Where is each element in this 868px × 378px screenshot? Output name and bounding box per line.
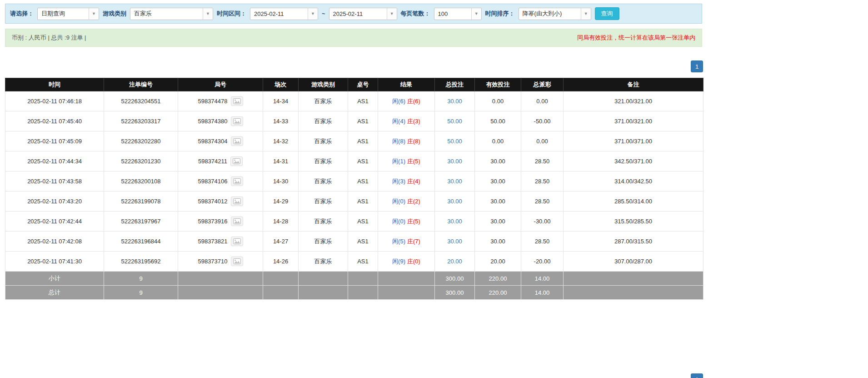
total-bet-link[interactable]: 50.00 (447, 118, 462, 125)
cell-game-type: 百家乐 (299, 91, 348, 111)
subtotal-row: 小计9300.00220.0014.00 (5, 272, 703, 286)
date-from-select[interactable]: 2025-02-11 ▼ (250, 8, 318, 20)
view-result-icon[interactable] (231, 197, 243, 206)
column-header: 游戏类别 (299, 78, 348, 91)
banker-result: 庄(2) (407, 198, 420, 205)
total-bet-link[interactable]: 30.00 (447, 198, 462, 205)
pagination-bottom: 1 (5, 373, 703, 378)
cell-table-no: AS1 (348, 212, 378, 232)
chevron-down-icon[interactable]: ▼ (581, 8, 591, 20)
total-bet-link[interactable]: 30.00 (447, 218, 462, 225)
cell-game-type: 百家乐 (299, 111, 348, 131)
round-id: 598373916 (198, 218, 227, 225)
player-result: 闲(9) (392, 258, 405, 265)
cell-valid-bet: 0.00 (475, 91, 521, 111)
cell-table-no: AS1 (348, 91, 378, 111)
footer-cell (299, 286, 348, 300)
player-result: 闲(3) (392, 178, 405, 185)
column-header: 注单编号 (104, 78, 178, 91)
view-result-icon[interactable] (231, 136, 243, 146)
cell-payout: 0.00 (521, 91, 564, 111)
view-result-icon[interactable] (231, 116, 243, 126)
footer-cell (564, 286, 703, 300)
cell-result: 闲(1)庄(5) (378, 151, 435, 171)
total-bet-link[interactable]: 30.00 (447, 178, 462, 185)
banker-result: 庄(5) (407, 218, 420, 225)
cell-total-bet: 20.00 (435, 252, 475, 272)
round-id: 598373710 (198, 258, 227, 265)
cell-remark: 285.50/314.00 (564, 192, 703, 212)
table-row: 2025-02-11 07:46:18 522263204551 5983744… (5, 91, 703, 111)
cell-bet-id: 522263197967 (104, 212, 178, 232)
sort-select[interactable]: 降幂(由大到小) ▼ (519, 8, 591, 20)
total-bet-link[interactable]: 30.00 (447, 238, 462, 245)
bet-records-table: 时间注单编号局号场次游戏类别桌号结果总投注有效投注总派彩备注 2025-02-1… (5, 78, 703, 300)
cell-bet-id: 522263200108 (104, 171, 178, 192)
cell-result: 闲(9)庄(0) (378, 252, 435, 272)
footer-cell: 220.00 (475, 272, 521, 286)
cell-valid-bet: 30.00 (475, 151, 521, 171)
cell-round-id: 598374106 (178, 171, 263, 192)
cell-session: 14-33 (263, 111, 299, 131)
cell-time: 2025-02-11 07:43:58 (5, 171, 104, 192)
chevron-down-icon[interactable]: ▼ (308, 8, 318, 20)
table-row: 2025-02-11 07:44:34 522263201230 5983742… (5, 151, 703, 171)
banker-result: 庄(5) (407, 158, 420, 165)
cell-result: 闲(0)庄(2) (378, 192, 435, 212)
cell-payout: -20.00 (521, 252, 564, 272)
column-header: 备注 (564, 78, 703, 91)
cell-bet-id: 522263196844 (104, 232, 178, 252)
page-size-label: 每页笔数： (401, 10, 430, 18)
page: 请选择： 日期查询 ▼ 游戏类别 百家乐 ▼ 时间区间： 2025-02-11 … (0, 0, 703, 378)
query-type-select[interactable]: 日期查询 ▼ (37, 8, 99, 20)
cell-total-bet: 30.00 (435, 192, 475, 212)
cell-game-type: 百家乐 (299, 151, 348, 171)
round-id: 598374012 (198, 198, 227, 205)
query-button[interactable]: 查询 (595, 7, 619, 20)
page-size-select[interactable]: 100 ▼ (434, 8, 482, 20)
cell-result: 闲(5)庄(7) (378, 232, 435, 252)
view-result-icon[interactable] (231, 176, 243, 186)
player-result: 闲(1) (392, 158, 405, 165)
cell-valid-bet: 30.00 (475, 212, 521, 232)
chevron-down-icon[interactable]: ▼ (89, 8, 99, 20)
cell-time: 2025-02-11 07:46:18 (5, 91, 104, 111)
cell-game-type: 百家乐 (299, 212, 348, 232)
view-result-icon[interactable] (230, 156, 243, 166)
cell-remark: 314.00/342.50 (564, 171, 703, 192)
footer-cell: 14.00 (521, 286, 564, 300)
round-id: 598374106 (198, 178, 227, 185)
page-size-value: 100 (434, 10, 452, 17)
view-result-icon[interactable] (231, 257, 243, 266)
currency-summary: 币别 : 人民币 | 总共 :9 注单 | (12, 34, 86, 42)
footer-cell (378, 286, 435, 300)
cell-time: 2025-02-11 07:41:30 (5, 252, 104, 272)
cell-game-type: 百家乐 (299, 192, 348, 212)
total-bet-link[interactable]: 30.00 (447, 158, 462, 165)
table-row: 2025-02-11 07:41:30 522263195692 5983737… (5, 252, 703, 272)
view-result-icon[interactable] (231, 96, 243, 106)
game-type-select[interactable]: 百家乐 ▼ (130, 8, 213, 20)
cell-payout: 0.00 (521, 131, 564, 151)
table-row: 2025-02-11 07:43:58 522263200108 5983741… (5, 171, 703, 192)
date-to-select[interactable]: 2025-02-11 ▼ (329, 8, 397, 20)
cell-total-bet: 30.00 (435, 171, 475, 192)
chevron-down-icon[interactable]: ▼ (203, 8, 213, 20)
view-result-icon[interactable] (231, 217, 243, 226)
total-bet-link[interactable]: 30.00 (447, 98, 462, 105)
view-result-icon[interactable] (231, 237, 243, 246)
page-button[interactable]: 1 (691, 373, 703, 378)
table-row: 2025-02-11 07:42:08 522263196844 5983738… (5, 232, 703, 252)
time-range-label: 时间区间： (217, 10, 246, 18)
chevron-down-icon[interactable]: ▼ (471, 8, 481, 20)
cell-total-bet: 50.00 (435, 131, 475, 151)
chevron-down-icon[interactable]: ▼ (387, 8, 397, 20)
cell-table-no: AS1 (348, 111, 378, 131)
total-bet-link[interactable]: 20.00 (447, 258, 462, 265)
spacer (5, 300, 703, 373)
cell-bet-id: 522263204551 (104, 91, 178, 111)
page-button[interactable]: 1 (691, 60, 703, 72)
total-bet-link[interactable]: 50.00 (447, 138, 462, 145)
footer-cell: 14.00 (521, 272, 564, 286)
cell-bet-id: 522263202280 (104, 131, 178, 151)
